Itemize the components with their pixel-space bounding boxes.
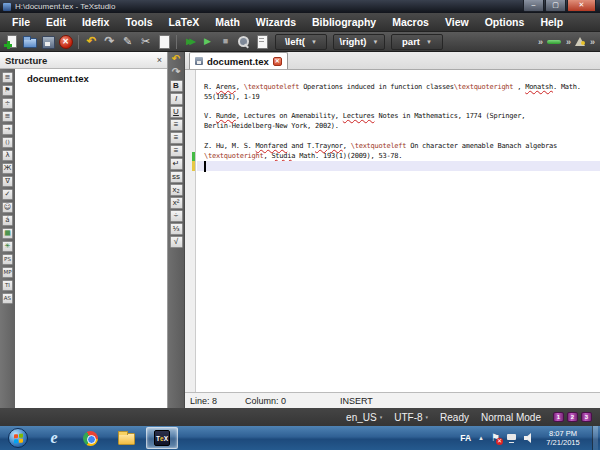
toolbar-separator [78,35,79,49]
menu-idefix[interactable]: Idefix [74,14,117,30]
change-mark-green [192,152,195,162]
align-left-icon[interactable]: ≡ [170,119,183,131]
tab-label: document.tex [207,56,269,67]
taskbar-windows-explorer-button[interactable] [110,427,142,449]
encoding-selector[interactable]: UTF-8 ▾ [394,412,428,423]
next-change-icon[interactable]: ↷ [170,67,183,79]
minimize-button[interactable]: – [523,0,544,12]
taskbar-chrome-button[interactable] [74,427,106,449]
taskbar-clock[interactable]: 8:07 PM 7/21/2015 [541,429,585,447]
copy-icon[interactable]: ✎ [120,34,135,49]
panel-close-icon[interactable]: × [157,56,162,65]
sidebar-tab-most-used[interactable]: ✳ [2,241,13,252]
menu-edit[interactable]: Edit [38,14,74,30]
cut-icon[interactable]: ✂ [138,34,153,49]
sidebar-tab-special[interactable]: ▦ [2,228,13,239]
subscript-icon[interactable]: x₂ [170,184,183,196]
previous-change-icon[interactable]: ↶ [170,54,183,66]
sidebar-tab-misc-text[interactable]: ✓ [2,189,13,200]
menu-view[interactable]: View [437,14,477,30]
menu-bibliography[interactable]: Bibliography [304,14,384,30]
tab-document-tex[interactable]: document.tex ✕ [189,52,288,69]
sidebar-tab-cyrillic[interactable]: Ж [2,163,13,174]
menu-help[interactable]: Help [532,14,571,30]
chevron-down-icon: ▼ [311,39,317,45]
menu-latex[interactable]: LaTeX [161,14,208,30]
newline-icon[interactable]: ↵ [170,158,183,170]
sectioning-level-combo[interactable]: part▼ [391,34,443,50]
compile-icon[interactable]: ▶ [200,34,215,49]
menu-math[interactable]: Math [207,14,248,30]
sidebar-tab-relations[interactable]: ≡ [2,111,13,122]
menu-bar: FileEditIdefixToolsLaTeXMathWizardsBibli… [0,13,600,32]
action-center-icon[interactable]: ⚑ [491,433,500,443]
undo-icon[interactable]: ↶ [84,34,99,49]
sidebar-tab-accents[interactable]: á [2,215,13,226]
maximize-button[interactable]: ▢ [545,0,566,12]
fraction-icon[interactable]: ÷ [170,210,183,222]
close-button[interactable]: ✕ [567,0,596,12]
editor-line [197,132,600,142]
stop-icon[interactable]: ■ [218,34,233,49]
sidebar-tab-greek[interactable]: λ [2,150,13,161]
align-right-icon[interactable]: ≡ [170,145,183,157]
menu-file[interactable]: File [4,14,38,30]
save-document-icon[interactable] [40,34,55,49]
sidebar-tab-asymptote[interactable]: AS [2,293,13,304]
bookmark-2-button[interactable]: 2 [567,412,578,422]
sidebar-tab-bookmarks[interactable]: ⚑ [2,85,13,96]
small-caps-icon[interactable]: ss [170,171,183,183]
sidebar-tab-arrows[interactable]: → [2,124,13,135]
language-selector[interactable]: en_US ▾ [346,412,382,423]
open-document-icon[interactable] [22,34,37,49]
show-desktop-button[interactable] [592,426,598,450]
paste-icon-icon[interactable] [156,34,171,49]
log-report-icon[interactable] [254,34,269,49]
tray-expand-icon[interactable]: ▲ [478,435,484,441]
tab-close-icon[interactable]: ✕ [273,57,282,66]
sidebar-tab-delimiters[interactable]: () [2,137,13,148]
view-log-icon[interactable] [236,34,251,49]
taskbar-internet-explorer-button[interactable]: e [38,427,70,449]
bold-icon[interactable]: B [170,80,183,92]
sidebar-tab-operators[interactable]: ÷ [2,98,13,109]
editor-line: V. Runde, Lectures on Amenability, Lectu… [197,112,600,122]
speaker-icon[interactable] [524,433,534,443]
redo-icon[interactable]: ↷ [102,34,117,49]
taskbar-texstudio-button[interactable]: TeX [146,427,178,449]
sidebar-tab-misc-math[interactable]: ∇ [2,176,13,187]
sqrt-icon[interactable]: √ [170,236,183,248]
sidebar-tab-tikz[interactable]: TI [2,280,13,291]
bookmark-1-button[interactable]: 1 [553,412,564,422]
triangle-marker-icon[interactable] [575,37,585,46]
dfrac-icon[interactable]: ⅓ [170,223,183,235]
overflow-chevron-icon[interactable]: » [538,37,542,47]
new-document-icon[interactable] [4,34,19,49]
sidebar-tab-pstricks[interactable]: PS [2,254,13,265]
sidebar-tab-structure[interactable]: ≡ [2,72,13,83]
sidebar-tab-metapost[interactable]: MP [2,267,13,278]
left-delimiter-combo[interactable]: \left(▼ [275,34,327,50]
bookmark-3-button[interactable]: 3 [581,412,592,422]
structure-item-document.tex[interactable]: document.tex [27,73,167,84]
right-delimiter-combo[interactable]: \right)▼ [333,34,385,50]
text-editor[interactable]: R. Arens, \textquoteleft Operations indu… [185,70,600,392]
italic-icon[interactable]: I [170,93,183,105]
menu-macros[interactable]: Macros [384,14,437,30]
superscript-icon[interactable]: x² [170,197,183,209]
align-center-icon[interactable]: ≡ [170,132,183,144]
menu-tools[interactable]: Tools [117,14,160,30]
overflow-chevron-icon[interactable]: » [566,37,570,47]
menu-options[interactable]: Options [477,14,533,30]
overflow-chevron-icon[interactable]: » [590,37,594,47]
editor-line: Z. Hu, M. S. Monfared and T.Traynor, \te… [197,142,600,152]
start-button[interactable] [8,428,28,448]
green-line-icon[interactable] [547,40,561,44]
build-and-view-icon[interactable]: ▶▶ [182,34,197,49]
underline-icon[interactable]: U [170,106,183,118]
tray-language-indicator[interactable]: FA [460,433,471,443]
menu-wizards[interactable]: Wizards [248,14,304,30]
sidebar-tab-wasysym[interactable]: ☺ [2,202,13,213]
close-editor-icon[interactable] [58,34,73,49]
network-icon[interactable] [507,434,517,442]
